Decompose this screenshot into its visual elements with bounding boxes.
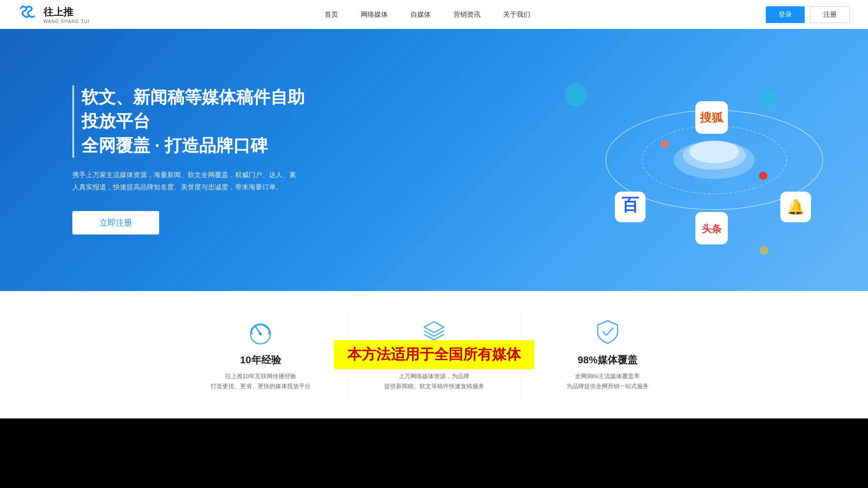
orbit-diagram: 搜狐 百 头条 🔔 <box>597 56 832 264</box>
stat-resources: 10000+资源 上万网络媒体资源，为品牌 提供新闻稿、软文等稿件快速发稿服务 <box>348 309 521 400</box>
svg-point-7 <box>759 172 767 180</box>
hero-title: 软文、新闻稿等媒体稿件自助投放平台 全网覆盖 · 打造品牌口碑 <box>72 85 316 158</box>
svg-text:🔔: 🔔 <box>787 198 805 216</box>
orbit-svg: 搜狐 百 头条 🔔 <box>597 56 832 264</box>
nav-home[interactable]: 首页 <box>325 10 338 19</box>
experience-icon-wrap <box>247 318 274 347</box>
register-button[interactable]: 注册 <box>810 6 850 23</box>
coverage-icon-wrap <box>594 318 621 347</box>
svg-point-6 <box>660 140 669 148</box>
nav-marketing[interactable]: 营销资讯 <box>453 10 481 19</box>
hero-title-line2: 全网覆盖 · 打造品牌口碑 <box>81 136 268 155</box>
hero-section: 软文、新闻稿等媒体稿件自助投放平台 全网覆盖 · 打造品牌口碑 携手上万家主流媒… <box>0 29 868 291</box>
layers-icon <box>420 318 448 345</box>
header-actions: 登录 注册 <box>766 6 850 23</box>
stats-container: 10年经验 往上推10年互联网传播经验 打造更优、更省、更快的媒体投放平台 10… <box>0 291 868 418</box>
svg-point-18 <box>259 333 262 335</box>
svg-text:搜狐: 搜狐 <box>699 111 724 124</box>
stats-inner: 10年经验 往上推10年互联网传播经验 打造更优、更省、更快的媒体投放平台 10… <box>174 309 694 400</box>
svg-text:头条: 头条 <box>701 223 722 235</box>
svg-point-5 <box>689 141 739 163</box>
main-nav: 首页 网络媒体 自媒体 营销资讯 关于我们 <box>325 10 530 19</box>
header: 往上推 WANG SHANG TUI 首页 网络媒体 自媒体 营销资讯 关于我们… <box>0 0 868 29</box>
deco-circle-teal <box>564 83 588 107</box>
hero-description: 携手上万家主流媒体资源，海量新闻、软文全网覆盖，权威门户、达人、素 人真实报道，… <box>72 169 316 193</box>
logo-chinese: 往上推 <box>43 5 90 19</box>
svg-marker-21 <box>424 322 444 333</box>
nav-self-media[interactable]: 自媒体 <box>410 10 431 19</box>
login-button[interactable]: 登录 <box>766 6 805 23</box>
stats-section: 10年经验 往上推10年互联网传播经验 打造更优、更省、更快的媒体投放平台 10… <box>0 291 868 418</box>
logo-english: WANG SHANG TUI <box>43 19 90 24</box>
stat-experience-desc: 往上推10年互联网传播经验 打造更优、更省、更快的媒体投放平台 <box>211 371 311 391</box>
hero-title-line1: 软文、新闻稿等媒体稿件自助投放平台 <box>81 88 305 131</box>
stat-experience: 10年经验 往上推10年互联网传播经验 打造更优、更省、更快的媒体投放平台 <box>174 309 348 400</box>
stat-resources-title: 10000+资源 <box>407 353 461 367</box>
logo-text: 往上推 WANG SHANG TUI <box>43 5 90 24</box>
stat-resources-desc: 上万网络媒体资源，为品牌 提供新闻稿、软文等稿件快速发稿服务 <box>384 371 484 391</box>
svg-text:百: 百 <box>622 195 639 214</box>
stat-coverage-title: 98%媒体覆盖 <box>578 353 637 367</box>
resources-icon-wrap <box>420 318 448 347</box>
speedometer-icon <box>247 318 274 345</box>
nav-about[interactable]: 关于我们 <box>503 10 530 19</box>
shield-check-icon <box>594 318 621 345</box>
stat-experience-title: 10年经验 <box>240 353 281 367</box>
logo: 往上推 WANG SHANG TUI <box>18 4 90 25</box>
hero-content: 软文、新闻稿等媒体稿件自助投放平台 全网覆盖 · 打造品牌口碑 携手上万家主流媒… <box>72 85 316 235</box>
logo-icon <box>18 4 40 25</box>
stat-coverage: 98%媒体覆盖 全网98%主流媒体覆盖率 为品牌提供全网营销一站式服务 <box>521 309 694 400</box>
cta-button[interactable]: 立即注册 <box>72 211 159 235</box>
stat-coverage-desc: 全网98%主流媒体覆盖率 为品牌提供全网营销一站式服务 <box>566 371 649 391</box>
nav-network-media[interactable]: 网络媒体 <box>361 10 388 19</box>
